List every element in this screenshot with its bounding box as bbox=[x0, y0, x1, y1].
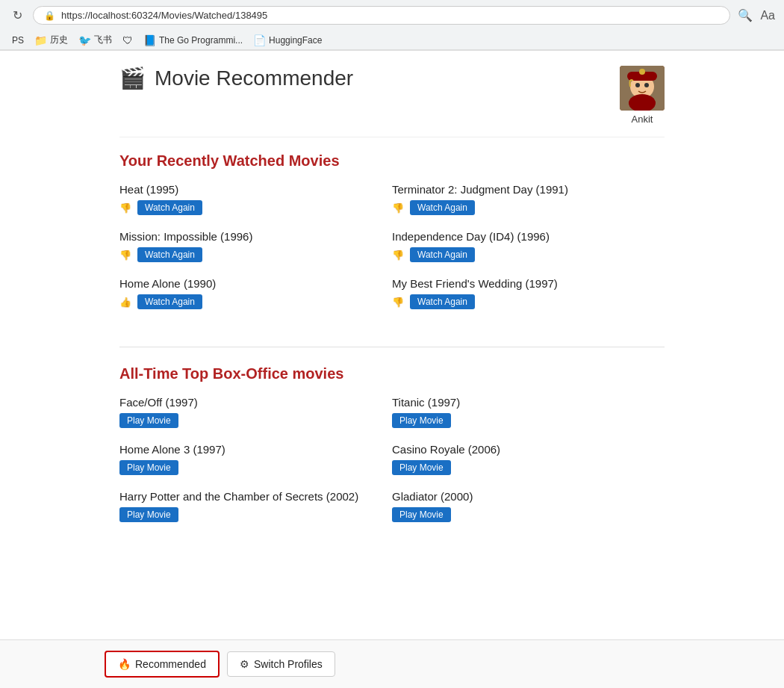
movie-actions-titanic: Play Movie bbox=[392, 413, 650, 428]
search-button[interactable]: 🔍 bbox=[738, 8, 753, 22]
movie-item-mission-impossible: Mission: Impossible (1996) 👎 Watch Again bbox=[119, 230, 392, 262]
box-office-section: All-Time Top Box-Office movies Face/Off … bbox=[119, 365, 665, 537]
thumbdown-icon-independence-day[interactable]: 👎 bbox=[392, 250, 404, 261]
movie-title-home-alone: Home Alone (1990) bbox=[119, 277, 377, 290]
movie-item-heat: Heat (1995) 👎 Watch Again bbox=[119, 183, 392, 215]
thumbup-icon-home-alone[interactable]: 👍 bbox=[119, 297, 131, 308]
lock-icon: 🔒 bbox=[44, 10, 55, 21]
avatar bbox=[620, 66, 665, 111]
bookmark-history[interactable]: 📁 历史 bbox=[34, 34, 68, 46]
movie-actions-best-friends-wedding: 👎 Watch Again bbox=[392, 294, 650, 309]
play-movie-harry-potter[interactable]: Play Movie bbox=[119, 507, 178, 522]
page-header: 🎬 Movie Recommender Ankit bbox=[119, 66, 665, 137]
bookmark-go-programming[interactable]: 📘 The Go Programmi... bbox=[143, 34, 243, 46]
recently-watched-title: Your Recently Watched Movies bbox=[119, 152, 665, 170]
movie-title-home-alone3: Home Alone 3 (1997) bbox=[119, 443, 377, 456]
svg-point-3 bbox=[635, 83, 640, 87]
svg-point-4 bbox=[644, 83, 649, 87]
app-title-text: Movie Recommender bbox=[155, 66, 353, 90]
watch-again-mission-impossible[interactable]: Watch Again bbox=[137, 247, 202, 262]
bookmark-huggingface[interactable]: 📄 HuggingFace bbox=[253, 34, 322, 46]
play-movie-gladiator[interactable]: Play Movie bbox=[392, 507, 451, 522]
play-movie-titanic[interactable]: Play Movie bbox=[392, 413, 451, 428]
bookmark-shield[interactable]: 🛡 bbox=[122, 34, 133, 46]
movie-actions-face-off: Play Movie bbox=[119, 413, 377, 428]
movie-actions-terminator2: 👎 Watch Again bbox=[392, 200, 650, 215]
play-movie-home-alone3[interactable]: Play Movie bbox=[119, 460, 178, 475]
movie-actions-casino-royale: Play Movie bbox=[392, 460, 650, 475]
bookmark-ps[interactable]: PS bbox=[9, 35, 24, 46]
movie-item-home-alone3: Home Alone 3 (1997) Play Movie bbox=[119, 443, 392, 475]
thumbdown-icon-terminator2[interactable]: 👎 bbox=[392, 202, 404, 214]
movie-actions-mission-impossible: 👎 Watch Again bbox=[119, 247, 377, 262]
user-name: Ankit bbox=[632, 114, 653, 125]
avatar-image bbox=[620, 66, 665, 111]
film-icon: 🎬 bbox=[119, 66, 146, 90]
bookmark-hf-label: HuggingFace bbox=[269, 35, 322, 46]
bookmark-feishu-label: 飞书 bbox=[94, 34, 112, 46]
user-profile[interactable]: Ankit bbox=[620, 66, 665, 125]
play-movie-face-off[interactable]: Play Movie bbox=[119, 413, 178, 428]
section-divider bbox=[119, 347, 665, 347]
movie-title-titanic: Titanic (1997) bbox=[392, 396, 650, 409]
bookmark-shield-icon: 🛡 bbox=[122, 34, 133, 46]
address-bar[interactable]: 🔒 https://localhost:60324/Movies/Watched… bbox=[33, 6, 730, 25]
movie-item-face-off: Face/Off (1997) Play Movie bbox=[119, 396, 392, 428]
box-office-title: All-Time Top Box-Office movies bbox=[119, 365, 665, 382]
bookmark-ps-label: PS bbox=[12, 35, 24, 46]
play-movie-casino-royale[interactable]: Play Movie bbox=[392, 460, 451, 475]
svg-point-6 bbox=[639, 69, 645, 75]
watch-again-best-friends-wedding[interactable]: Watch Again bbox=[410, 294, 475, 309]
watch-again-home-alone[interactable]: Watch Again bbox=[137, 294, 202, 309]
box-office-grid: Face/Off (1997) Play Movie Titanic (1997… bbox=[119, 396, 665, 537]
refresh-button[interactable]: ↻ bbox=[9, 7, 25, 24]
movie-title-heat: Heat (1995) bbox=[119, 183, 377, 196]
movie-item-terminator2: Terminator 2: Judgment Day (1991) 👎 Watc… bbox=[392, 183, 665, 215]
movie-title-harry-potter: Harry Potter and the Chamber of Secrets … bbox=[119, 490, 377, 503]
bookmark-history-label: 历史 bbox=[50, 34, 68, 46]
movie-title-gladiator: Gladiator (2000) bbox=[392, 490, 650, 503]
bookmark-feishu-icon: 🐦 bbox=[78, 34, 91, 46]
bookmark-feishu[interactable]: 🐦 飞书 bbox=[78, 34, 112, 46]
movie-title-casino-royale: Casino Royale (2006) bbox=[392, 443, 650, 456]
movie-item-harry-potter: Harry Potter and the Chamber of Secrets … bbox=[119, 490, 392, 522]
page-content: 🎬 Movie Recommender Ankit bbox=[0, 51, 784, 619]
movie-actions-harry-potter: Play Movie bbox=[119, 507, 377, 522]
bookmark-go-label: The Go Programmi... bbox=[159, 35, 243, 46]
bookmark-hf-icon: 📄 bbox=[253, 34, 266, 46]
browser-chrome: ↻ 🔒 https://localhost:60324/Movies/Watch… bbox=[0, 0, 784, 51]
movie-actions-independence-day: 👎 Watch Again bbox=[392, 247, 650, 262]
recently-watched-grid: Heat (1995) 👎 Watch Again Terminator 2: … bbox=[119, 183, 665, 324]
reader-button[interactable]: Aa bbox=[760, 9, 775, 22]
movie-item-gladiator: Gladiator (2000) Play Movie bbox=[392, 490, 665, 522]
thumbdown-icon-mission-impossible[interactable]: 👎 bbox=[119, 250, 131, 261]
movie-actions-home-alone3: Play Movie bbox=[119, 460, 377, 475]
movie-actions-heat: 👎 Watch Again bbox=[119, 200, 377, 215]
movie-item-independence-day: Independence Day (ID4) (1996) 👎 Watch Ag… bbox=[392, 230, 665, 262]
bookmark-history-icon: 📁 bbox=[34, 34, 47, 46]
movie-title-terminator2: Terminator 2: Judgment Day (1991) bbox=[392, 183, 650, 196]
movie-actions-gladiator: Play Movie bbox=[392, 507, 650, 522]
movie-item-best-friends-wedding: My Best Friend's Wedding (1997) 👎 Watch … bbox=[392, 277, 665, 309]
watch-again-heat[interactable]: Watch Again bbox=[137, 200, 202, 215]
movie-actions-home-alone: 👍 Watch Again bbox=[119, 294, 377, 309]
movie-item-casino-royale: Casino Royale (2006) Play Movie bbox=[392, 443, 665, 475]
thumbdown-icon-heat[interactable]: 👎 bbox=[119, 202, 131, 214]
thumbdown-icon-best-friends-wedding[interactable]: 👎 bbox=[392, 297, 404, 308]
movie-title-independence-day: Independence Day (ID4) (1996) bbox=[392, 230, 650, 243]
browser-toolbar: ↻ 🔒 https://localhost:60324/Movies/Watch… bbox=[0, 0, 784, 31]
browser-actions: 🔍 Aa bbox=[738, 8, 775, 22]
bookmarks-bar: PS 📁 历史 🐦 飞书 🛡 📘 The Go Programmi... 📄 H… bbox=[0, 31, 784, 50]
movie-title-best-friends-wedding: My Best Friend's Wedding (1997) bbox=[392, 277, 650, 290]
movie-item-home-alone: Home Alone (1990) 👍 Watch Again bbox=[119, 277, 392, 309]
url-text: https://localhost:60324/Movies/Watched/1… bbox=[61, 10, 267, 21]
movie-title-face-off: Face/Off (1997) bbox=[119, 396, 377, 409]
movie-title-mission-impossible: Mission: Impossible (1996) bbox=[119, 230, 377, 243]
watch-again-independence-day[interactable]: Watch Again bbox=[410, 247, 475, 262]
watch-again-terminator2[interactable]: Watch Again bbox=[410, 200, 475, 215]
bookmark-go-icon: 📘 bbox=[143, 34, 156, 46]
app-title: 🎬 Movie Recommender bbox=[119, 66, 353, 90]
recently-watched-section: Your Recently Watched Movies Heat (1995)… bbox=[119, 152, 665, 324]
movie-item-titanic: Titanic (1997) Play Movie bbox=[392, 396, 665, 428]
